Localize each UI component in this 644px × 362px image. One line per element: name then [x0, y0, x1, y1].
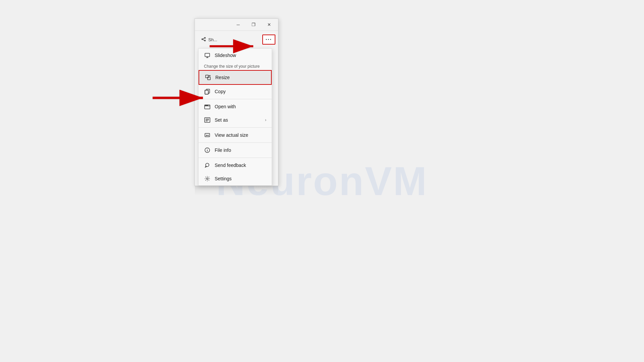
- menu-item-settings[interactable]: Settings: [199, 172, 272, 185]
- svg-point-32: [207, 149, 208, 149]
- separator-3: [199, 142, 272, 143]
- settings-icon: [204, 175, 211, 182]
- arrow-to-more: [206, 38, 260, 56]
- settings-label: Settings: [215, 176, 232, 181]
- share-icon: [201, 37, 206, 43]
- view-actual-size-label: View actual size: [215, 132, 248, 138]
- close-button[interactable]: ✕: [261, 19, 277, 31]
- menu-item-set-as[interactable]: Set as ›: [199, 113, 272, 127]
- svg-line-4: [203, 38, 205, 39]
- menu-item-resize[interactable]: Resize: [199, 70, 272, 85]
- set-as-chevron: ›: [265, 118, 266, 122]
- set-as-icon: [204, 117, 211, 123]
- file-info-label: File info: [215, 147, 231, 153]
- titlebar: ─ ❐ ✕: [195, 19, 278, 31]
- copy-label: Copy: [215, 89, 226, 94]
- svg-rect-26: [205, 133, 210, 137]
- window-shadow: [195, 186, 278, 196]
- more-button[interactable]: ···: [262, 35, 275, 45]
- set-as-label: Set as: [215, 117, 228, 123]
- maximize-button[interactable]: ❐: [246, 19, 261, 31]
- arrow-to-resize: [149, 88, 210, 109]
- svg-rect-9: [206, 75, 208, 78]
- svg-point-34: [207, 178, 208, 180]
- feedback-icon: [204, 162, 211, 169]
- info-icon: [204, 147, 211, 154]
- open-with-label: Open with: [215, 104, 236, 109]
- svg-line-5: [203, 39, 205, 41]
- send-feedback-label: Send feedback: [215, 163, 246, 168]
- resize-icon: [205, 74, 211, 81]
- svg-point-33: [206, 163, 209, 167]
- resize-hint: Change the size of your picture: [199, 62, 272, 70]
- view-size-icon: [204, 132, 211, 138]
- svg-rect-10: [208, 77, 210, 80]
- resize-label: Resize: [215, 75, 230, 80]
- menu-item-file-info[interactable]: File info: [199, 143, 272, 157]
- dropdown-menu: Slideshow Change the size of your pictur…: [198, 48, 272, 186]
- separator-2: [199, 127, 272, 128]
- separator-4: [199, 158, 272, 158]
- menu-item-view-actual-size[interactable]: View actual size: [199, 128, 272, 142]
- minimize-button[interactable]: ─: [230, 19, 246, 31]
- menu-item-send-feedback[interactable]: Send feedback: [199, 159, 272, 172]
